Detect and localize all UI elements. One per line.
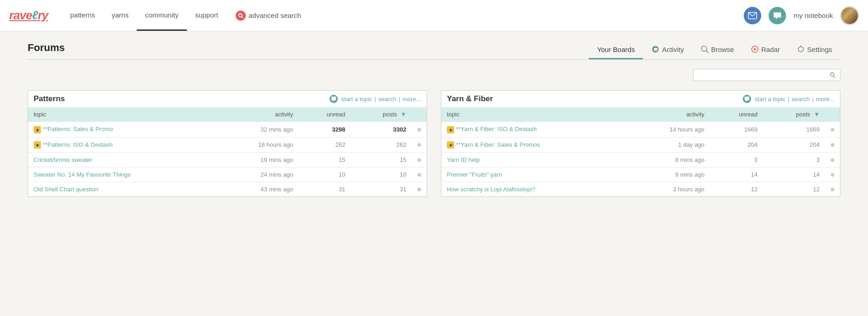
yarn-start-topic-link[interactable]: start a topic [755, 96, 786, 103]
patterns-more-link[interactable]: more... [403, 96, 421, 103]
yarn-fiber-board: Yarn & Fiber start a topic | search | mo… [441, 90, 840, 197]
my-notebook-link[interactable]: my notebook [793, 11, 833, 19]
svg-point-11 [830, 73, 834, 76]
topic-cell[interactable]: Premier "Fruits" yarn [441, 167, 628, 182]
tab-activity[interactable]: 💬 Activity [643, 40, 692, 59]
topic-text: Premier "Fruits" yarn [447, 171, 502, 178]
patterns-col-activity: activity [218, 107, 299, 122]
nav-community[interactable]: community [137, 0, 187, 31]
nav-right: my notebook [744, 6, 859, 25]
table-row: Cricket/tennis sweater19 mins ago1515 [28, 153, 427, 167]
topic-text: **Yarn & Fiber: ISO & Destash [456, 126, 537, 132]
unread-dot [417, 188, 421, 191]
activity-cell: 32 mins ago [218, 122, 299, 138]
patterns-sort-arrow: ▼ [400, 111, 406, 118]
pinned-icon: ★ [34, 126, 41, 133]
forums-title: Forums [28, 42, 65, 58]
unread-dot [831, 128, 834, 132]
tab-settings[interactable]: Settings [788, 40, 840, 59]
patterns-start-topic-link[interactable]: start a topic [341, 96, 372, 103]
logo[interactable]: raveℓry [9, 8, 48, 23]
forums-tabs: Your Boards 💬 Activity Browse [589, 40, 840, 59]
topic-cell[interactable]: How scratchy is Lopi Alafosslopi? [441, 182, 628, 197]
dot-cell [825, 122, 840, 138]
patterns-col-unread: unread [299, 107, 351, 122]
unread-cell: 10 [299, 167, 351, 182]
yarn-search-link[interactable]: search [792, 96, 810, 103]
unread-cell: 15 [299, 153, 351, 167]
topic-text: **Yarn & Fiber: Sales & Promos [456, 141, 540, 148]
browse-icon [700, 45, 709, 53]
svg-text:★: ★ [449, 143, 453, 148]
nav-links: patterns yarns community support [62, 0, 226, 31]
posts-cell: 12 [763, 182, 825, 197]
top-navigation: raveℓry patterns yarns community support… [0, 0, 868, 31]
topic-cell[interactable]: ★**Yarn & Fiber: Sales & Promos [441, 137, 628, 153]
svg-text:💬: 💬 [653, 47, 659, 52]
unread-dot [831, 188, 834, 191]
radar-icon [751, 45, 759, 53]
topic-cell[interactable]: Old Shell Chart question [28, 182, 218, 197]
nav-patterns[interactable]: patterns [62, 0, 104, 31]
patterns-col-posts: posts ▼ [351, 107, 412, 122]
tab-browse[interactable]: Browse [692, 40, 742, 59]
topic-cell[interactable]: Yarn ID help [441, 153, 628, 167]
table-row: ★**Patterns: ISO & Destash16 hours ago26… [28, 137, 427, 153]
posts-cell: 262 [351, 137, 412, 153]
yarn-fiber-table: topic activity unread posts ▼ ★**Yarn & … [441, 107, 840, 196]
yarn-more-link[interactable]: more... [816, 96, 834, 103]
tab-browse-label: Browse [711, 46, 734, 53]
nav-support[interactable]: support [187, 0, 226, 31]
activity-cell: 43 mins ago [218, 182, 299, 197]
nav-yarns[interactable]: yarns [104, 0, 137, 31]
avatar[interactable] [840, 6, 859, 25]
topic-cell[interactable]: Sweater No. 14 My Favourite Things [28, 167, 218, 182]
activity-cell: 24 mins ago [218, 167, 299, 182]
board-search-bar [693, 69, 840, 81]
pinned-icon: ★ [34, 141, 41, 149]
table-row: Premier "Fruits" yarn9 mins ago1414 [441, 167, 840, 182]
dot-cell [825, 167, 840, 182]
activity-cell: 9 mins ago [628, 167, 710, 182]
sep3: | [788, 96, 789, 103]
patterns-board-actions: start a topic | search | more... [330, 95, 421, 103]
chat-button[interactable] [769, 7, 786, 24]
table-row: Sweater No. 14 My Favourite Things24 min… [28, 167, 427, 182]
posts-cell: 10 [351, 167, 412, 182]
unread-cell: 14 [710, 167, 763, 182]
topic-text: **Patterns: Sales & Promo [43, 126, 113, 132]
yarn-col-topic: topic [441, 107, 628, 122]
board-search-input[interactable] [697, 71, 829, 79]
sep2: | [399, 96, 400, 103]
topic-text: **Patterns: ISO & Destash [43, 141, 113, 148]
main-content: Forums Your Boards 💬 Activity Browse [0, 31, 868, 206]
yarn-fiber-table-header: topic activity unread posts ▼ [441, 107, 840, 122]
topic-cell[interactable]: ★**Patterns: Sales & Promo [28, 122, 218, 138]
topic-cell[interactable]: Cricket/tennis sweater [28, 153, 218, 167]
yarn-col-unread: unread [710, 107, 763, 122]
yarn-col-dot [825, 107, 840, 122]
svg-point-5 [701, 46, 706, 51]
yarn-sort-arrow: ▼ [814, 111, 820, 118]
unread-dot [417, 158, 421, 162]
activity-icon: 💬 [651, 45, 660, 53]
patterns-table-header: topic activity unread posts ▼ [28, 107, 427, 122]
tab-radar[interactable]: Radar [742, 40, 788, 59]
unread-cell: 31 [299, 182, 351, 197]
advanced-search-link[interactable]: advanced search [236, 11, 301, 21]
pinned-icon: ★ [447, 141, 454, 149]
topic-cell[interactable]: ★**Yarn & Fiber: ISO & Destash [441, 122, 628, 138]
patterns-col-topic: topic [28, 107, 218, 122]
yarn-col-posts: posts ▼ [763, 107, 825, 122]
patterns-search-link[interactable]: search [378, 96, 396, 103]
activity-cell: 14 hours ago [628, 122, 710, 138]
tab-your-boards[interactable]: Your Boards [589, 40, 643, 59]
search-circle-icon [236, 11, 246, 21]
dot-cell [412, 153, 427, 167]
svg-point-9 [798, 46, 803, 52]
tab-radar-label: Radar [761, 46, 780, 53]
posts-cell: 14 [763, 167, 825, 182]
svg-point-8 [754, 48, 756, 51]
mail-button[interactable] [744, 7, 761, 24]
topic-cell[interactable]: ★**Patterns: ISO & Destash [28, 137, 218, 153]
